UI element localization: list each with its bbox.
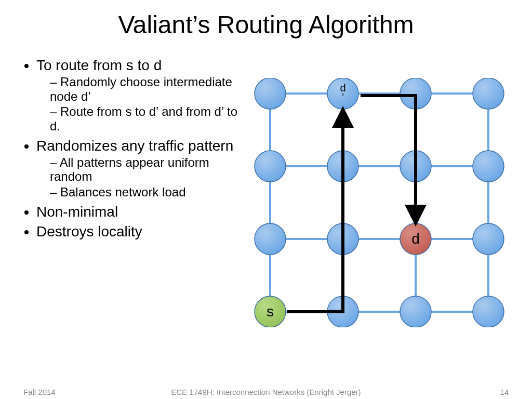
slide-body: To route from s to d Randomly choose int… — [21, 57, 239, 243]
slide-title: Valiant’s Routing Algorithm — [0, 10, 532, 39]
mesh-node — [473, 78, 504, 109]
destination-node-label: d — [411, 231, 420, 247]
mesh-node — [255, 78, 286, 109]
bullet-text: Randomizes any traffic pattern — [36, 138, 233, 154]
sub-bullet-list: Randomly choose intermediate node d’ Rou… — [36, 75, 239, 133]
bullet-text: To route from s to d — [36, 57, 162, 73]
grid-svg: dsd’ — [249, 78, 514, 327]
footer-right: 14 — [500, 388, 509, 396]
bullet-item: Non-minimal — [36, 204, 239, 220]
route-arrow-s-to-dprime — [287, 112, 343, 312]
mesh-diagram: dsd’ — [249, 78, 514, 327]
sub-bullet-text: Randomly choose intermediate node d’ — [50, 75, 232, 103]
sub-bullet-item: All patterns appear uniform random — [50, 155, 239, 184]
bullet-list: To route from s to d Randomly choose int… — [21, 57, 239, 240]
sub-bullet-item: Randomly choose intermediate node d’ — [50, 75, 239, 103]
sub-bullet-item: Route from s to d’ and from d’ to d. — [50, 104, 239, 133]
slide: Valiant’s Routing Algorithm To route fro… — [0, 0, 532, 399]
source-node-label: s — [267, 303, 274, 320]
sub-bullet-list: All patterns appear uniform random Balan… — [36, 155, 239, 200]
sub-bullet-text: All patterns appear uniform random — [50, 155, 209, 184]
mesh-node — [400, 296, 431, 327]
intermediate-node-label: ’ — [342, 91, 344, 103]
bullet-text: Non-minimal — [36, 204, 118, 220]
mesh-node — [255, 151, 286, 182]
bullet-item: To route from s to d Randomly choose int… — [36, 57, 239, 134]
sub-bullet-text: Balances network load — [60, 185, 185, 199]
bullet-text: Destroys locality — [36, 223, 142, 240]
footer-center: ECE 1749H: Interconnection Networks (Enr… — [0, 388, 532, 396]
mesh-node — [473, 151, 504, 182]
mesh-node — [255, 223, 286, 255]
mesh-node — [473, 223, 504, 255]
mesh-node — [473, 296, 504, 327]
bullet-item: Destroys locality — [36, 223, 239, 240]
sub-bullet-item: Balances network load — [50, 185, 239, 200]
sub-bullet-text: Route from s to d’ and from d’ to d. — [50, 104, 237, 133]
bullet-item: Randomizes any traffic pattern All patte… — [36, 138, 239, 200]
